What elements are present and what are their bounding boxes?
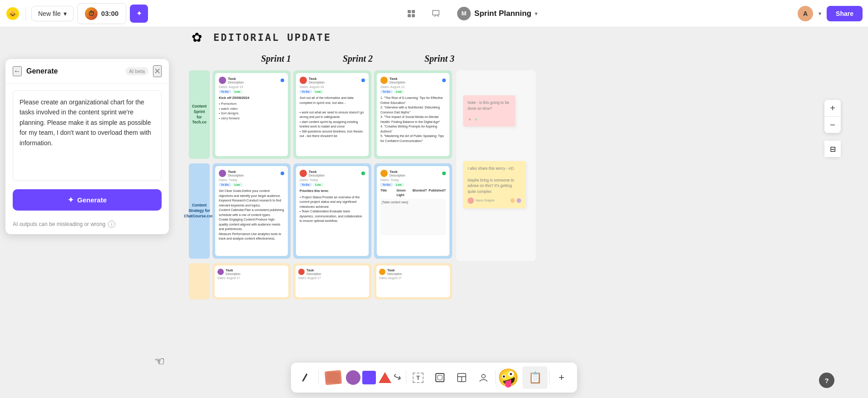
new-file-button[interactable]: New file ▾ xyxy=(31,6,74,21)
filter-controls: ⊟ xyxy=(824,141,841,157)
tag-r2-3-todo: To Do xyxy=(380,183,393,187)
sprint-1-row-2-card[interactable]: Task Description Dates: Today To Do Low … xyxy=(212,163,291,259)
svg-rect-5 xyxy=(412,14,415,17)
generate-back-button[interactable]: ← xyxy=(13,66,22,76)
card-r2-2-avatar xyxy=(300,170,307,177)
zoom-out-button[interactable]: − xyxy=(824,117,841,133)
sprint-2-row-1-card[interactable]: Task Description Dates: August 18 To Do … xyxy=(293,70,371,159)
board-title-area[interactable]: M Sprint Planning ▾ xyxy=(452,4,543,23)
board-view-button[interactable] xyxy=(403,5,420,22)
frame-icon xyxy=(435,373,445,383)
ai-button[interactable]: ✦ xyxy=(130,5,148,23)
card-date-2: Dates: August 18 xyxy=(300,85,365,88)
card-dot-2 xyxy=(361,79,365,82)
shape-tri-arrow[interactable]: ↪ xyxy=(379,372,401,383)
card-r2-3-desc: Description xyxy=(390,174,405,177)
card-task-label: Task xyxy=(228,77,244,81)
shape-arrow-icon: ↪ xyxy=(391,371,403,385)
tag-r2-low: Low xyxy=(232,183,242,187)
sprint-3-row-2-card[interactable]: Task Description Dates: Today To Do Low … xyxy=(374,163,452,259)
new-file-label: New file xyxy=(38,10,61,17)
tag-todo: To Do xyxy=(219,90,231,93)
sprint-3-row-1-card[interactable]: Task Description Dates: August 12 To Do … xyxy=(374,70,452,159)
svg-rect-6 xyxy=(436,373,444,382)
board-title-chevron: ▾ xyxy=(535,10,538,17)
sprint-1-label: Sprint 1 xyxy=(235,54,317,64)
card-r2-3-avatar xyxy=(380,170,388,177)
help-button[interactable]: ? xyxy=(819,373,834,388)
canvas: ← Generate AI beta ✕ Please create an or… xyxy=(0,27,868,398)
new-file-chevron: ▾ xyxy=(64,10,67,17)
generate-close-button[interactable]: ✕ xyxy=(153,65,162,77)
generate-btn-label: Generate xyxy=(77,196,107,204)
card-r2-tags: To Do Low xyxy=(219,183,284,187)
share-button[interactable]: Share xyxy=(827,6,863,21)
user-tool-button[interactable] xyxy=(473,368,493,388)
tag-r2-2-low: Low xyxy=(313,183,323,187)
card-avatar-3 xyxy=(380,77,388,84)
card-inner-r2-3: Task Description Dates: Today To Do Low … xyxy=(377,166,449,256)
shape-triangle-red xyxy=(379,372,391,383)
tag-low: Low xyxy=(232,90,242,93)
filter-button[interactable]: ⊟ xyxy=(824,141,841,157)
generate-textarea[interactable]: Please create an organizational chart fo… xyxy=(13,90,162,181)
shapes-area: ↪ xyxy=(321,368,404,388)
svg-text:🐱: 🐱 xyxy=(8,10,17,18)
svg-rect-4 xyxy=(408,14,411,17)
card-desc-2: Description xyxy=(309,81,325,84)
sprint-3-row-3-card[interactable]: Task Description Dates: August 17 xyxy=(374,263,452,300)
card-r3-3-desc: Description xyxy=(387,272,402,275)
emoji-sticker[interactable]: 🤪 xyxy=(498,368,519,388)
shape-rect-salmon-2 xyxy=(326,372,340,384)
shape-group[interactable] xyxy=(346,370,376,385)
frame-tool-button[interactable] xyxy=(430,368,450,388)
card-r3-1-inner: Task Description Dates: August 17 xyxy=(215,265,288,297)
sprint-1-row-1-card[interactable]: Task Description Dates: August 19 To Do … xyxy=(212,70,291,159)
card-desc-3: Description xyxy=(390,81,405,84)
card-r2-3-dot xyxy=(442,172,446,175)
user-initial: A xyxy=(803,10,808,17)
text-icon: T xyxy=(413,373,424,383)
generate-button[interactable]: ✦ Generate xyxy=(13,189,162,211)
empty-panel-right[interactable] xyxy=(456,70,536,261)
zoom-controls: + − xyxy=(824,100,841,133)
sprint-2-row-2-card[interactable]: Task Description Dates: Today To Do Low … xyxy=(293,163,371,259)
card-r2-3-body: Title Green Light Blocked? Published? [T… xyxy=(380,188,446,235)
shape-salmon[interactable] xyxy=(323,368,343,388)
sprint-2-label: Sprint 2 xyxy=(317,54,399,64)
sprint-3-label: Sprint 3 xyxy=(399,54,480,64)
sprint-2-row-3-card[interactable]: Task Description Dates: August 17 xyxy=(293,263,371,300)
flower-decoration: ✿ xyxy=(192,30,202,45)
avatar-chevron[interactable]: ▾ xyxy=(819,10,821,17)
pen-tool-button[interactable] xyxy=(296,368,316,388)
card-r2-body: Set Clear Goals:Define your content obje… xyxy=(219,189,284,241)
sprint-canvas[interactable]: ✿ EDITORIAL UPDATE Sprint 1 Sprint 2 Spr… xyxy=(173,27,868,398)
zoom-in-button[interactable]: + xyxy=(824,100,841,116)
card-r2-2-header: Task Description xyxy=(300,170,365,177)
priorities-body: • Project Status:Provide an overview of … xyxy=(300,195,365,224)
app-logo[interactable]: 🐱 xyxy=(5,6,20,21)
toolbar-add-button[interactable]: + xyxy=(552,368,572,388)
chat-button[interactable] xyxy=(427,5,444,22)
card-r3-2-task: Task xyxy=(306,268,321,272)
card-tags-2: To Do Low xyxy=(300,90,365,93)
kickoff-date: Kick off 25/08/2024 xyxy=(219,96,284,100)
card-inner: Task Description Dates: August 19 To Do … xyxy=(215,73,288,156)
toolbar-right: A ▾ Share xyxy=(798,6,863,21)
card-r2-date: Dates: Today xyxy=(219,178,284,182)
disclaimer-info-button[interactable]: i xyxy=(108,221,115,228)
board-icon xyxy=(407,9,416,18)
tag-todo-3: To Do xyxy=(380,90,393,93)
card-tags-1: To Do Low xyxy=(219,90,284,93)
card-task-3: Task xyxy=(390,77,405,81)
sticker-area: 🤪 📋 xyxy=(498,366,547,389)
user-avatar[interactable]: A xyxy=(798,6,813,21)
text-tool-button[interactable]: T xyxy=(408,368,428,388)
table-tool-button[interactable] xyxy=(452,368,472,388)
card-r2-dot xyxy=(281,172,284,175)
timer-display[interactable]: ⏱ 03:00 xyxy=(77,3,126,24)
card-r2-2-tags: To Do Low xyxy=(300,183,365,187)
sticker-thumbnail[interactable]: 📋 xyxy=(523,366,547,389)
card-r2-2-date: Dates: Today xyxy=(300,178,365,182)
sprint-1-row-3-card[interactable]: Task Description Dates: August 17 xyxy=(212,263,291,300)
